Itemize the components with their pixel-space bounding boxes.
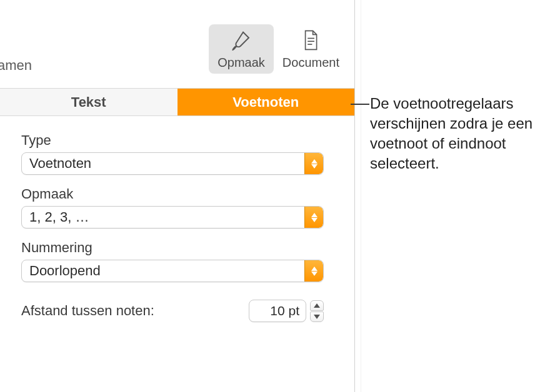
popup-arrows-icon bbox=[304, 153, 323, 174]
callout-text: De voetnootregelaars verschijnen zodra j… bbox=[370, 94, 554, 174]
type-popup[interactable]: Voetnoten bbox=[21, 152, 324, 175]
callout-annotation: De voetnootregelaars verschijnen zodra j… bbox=[355, 0, 560, 392]
numbering-popup-value: Doorlopend bbox=[22, 260, 304, 282]
callout-line-icon bbox=[351, 104, 369, 105]
svg-marker-4 bbox=[311, 164, 318, 169]
svg-marker-5 bbox=[311, 213, 318, 217]
spacing-label: Afstand tussen noten: bbox=[21, 303, 154, 319]
type-popup-value: Voetnoten bbox=[22, 153, 304, 174]
format-toolbar-button[interactable]: Opmaak bbox=[209, 24, 274, 74]
footnote-controls: Type Voetnoten Opmaak 1, 2, 3, … bbox=[0, 116, 354, 322]
inspector-tabs: Tekst Voetnoten bbox=[0, 89, 354, 116]
document-toolbar-label: Document bbox=[282, 56, 339, 70]
toolbar: amen Opmaak bbox=[0, 0, 354, 89]
svg-marker-9 bbox=[314, 303, 320, 308]
tab-footnotes[interactable]: Voetnoten bbox=[178, 89, 355, 115]
svg-marker-3 bbox=[311, 159, 318, 164]
format-toolbar-label: Opmaak bbox=[218, 56, 265, 70]
spacing-stepper[interactable] bbox=[310, 300, 324, 322]
svg-marker-8 bbox=[311, 272, 318, 276]
document-toolbar-button[interactable]: Document bbox=[274, 24, 348, 74]
svg-marker-6 bbox=[311, 218, 318, 222]
popup-arrows-icon bbox=[304, 260, 323, 282]
stepper-down-icon[interactable] bbox=[310, 311, 324, 322]
document-icon bbox=[298, 28, 323, 53]
tab-text[interactable]: Tekst bbox=[0, 89, 178, 115]
popup-arrows-icon bbox=[304, 207, 323, 228]
numbering-popup[interactable]: Doorlopend bbox=[21, 260, 324, 282]
inspector-panel: amen Opmaak bbox=[0, 0, 355, 392]
spacing-stepper-field[interactable]: 10 pt bbox=[249, 300, 306, 322]
paintbrush-icon bbox=[229, 28, 254, 53]
format-label: Opmaak bbox=[21, 186, 336, 202]
format-popup-value: 1, 2, 3, … bbox=[22, 207, 304, 228]
toolbar-left-truncated-label: amen bbox=[0, 9, 32, 74]
numbering-label: Nummering bbox=[21, 240, 336, 256]
type-label: Type bbox=[21, 132, 336, 149]
svg-marker-7 bbox=[311, 267, 318, 271]
stepper-up-icon[interactable] bbox=[310, 300, 324, 311]
format-popup[interactable]: 1, 2, 3, … bbox=[21, 206, 324, 228]
svg-marker-10 bbox=[314, 315, 320, 319]
